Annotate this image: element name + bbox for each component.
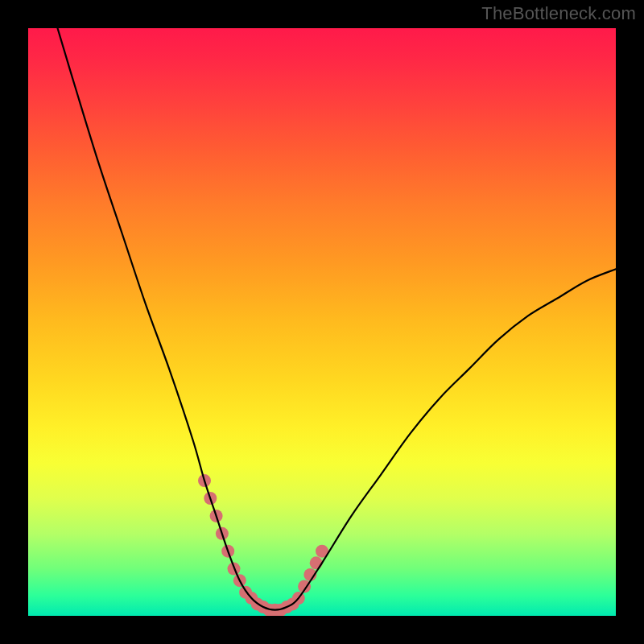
watermark-text: TheBottleneck.com xyxy=(481,3,636,24)
trough-marker xyxy=(310,556,323,569)
plot-area xyxy=(28,28,616,616)
bottleneck-plot xyxy=(28,28,616,616)
gradient-background xyxy=(28,28,616,616)
chart-frame: TheBottleneck.com xyxy=(0,0,644,644)
